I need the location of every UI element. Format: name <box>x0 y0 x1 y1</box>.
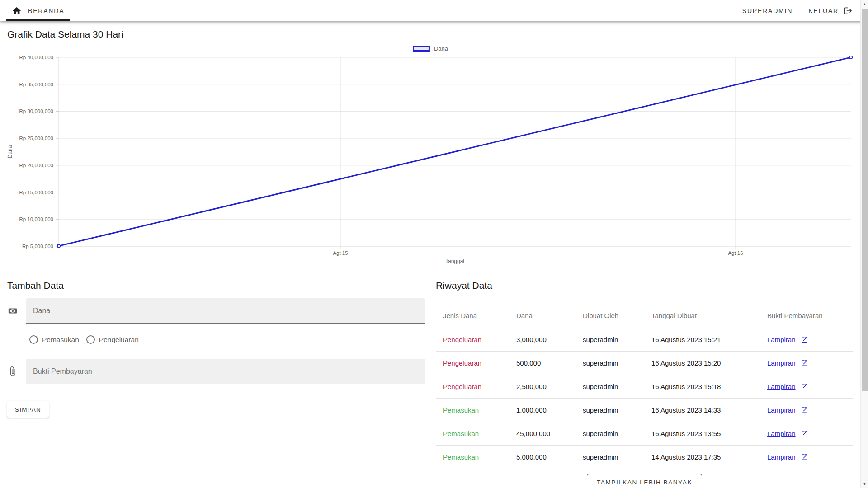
lampiran-link[interactable]: Lampiran <box>767 406 808 414</box>
jenis-dana-radio-group: Pemasukan Pengeluaran <box>29 335 425 344</box>
bukti-pembayaran-input[interactable] <box>26 359 425 384</box>
scrollbar-up-arrow[interactable]: ▲ <box>861 0 868 8</box>
table-row: Pemasukan1,000,000superadmin16 Agustus 2… <box>436 398 853 422</box>
tambah-data-section: Tambah Data Pemasukan <box>7 280 425 488</box>
bukti-pembayaran-cell: Lampiran <box>767 328 853 351</box>
x-tick: Agt 15 <box>333 250 348 256</box>
bukti-pembayaran-cell: Lampiran <box>767 375 853 398</box>
table-row: Pemasukan5,000,000superadmin14 Agustus 2… <box>436 445 853 469</box>
jenis-dana-cell: Pemasukan <box>436 422 516 445</box>
external-link-icon <box>801 383 808 390</box>
table-row: Pengeluaran2,500,000superadmin16 Agustus… <box>436 375 853 398</box>
x-axis-title: Tanggal <box>445 258 464 264</box>
lampiran-link[interactable]: Lampiran <box>767 453 808 461</box>
radio-option-pengeluaran[interactable]: Pengeluaran <box>86 335 139 344</box>
jenis-dana-cell: Pengeluaran <box>436 375 516 398</box>
external-link-icon <box>801 406 808 414</box>
y-tick: Rp 30,000,000 <box>19 108 53 114</box>
pengeluaran-radio[interactable] <box>86 335 95 344</box>
paperclip-icon <box>7 366 18 377</box>
more-button-wrap: TAMPILKAN LEBIH BANYAK <box>436 474 853 488</box>
table-row: Pengeluaran3,000,000superadmin16 Agustus… <box>436 328 853 351</box>
tanggal-dibuat-cell: 16 Agustus 2023 15:21 <box>651 328 767 351</box>
app-page: BERANDA SUPERADMIN KELUAR Grafik Data Se… <box>0 0 868 488</box>
table-row: Pengeluaran500,000superadmin16 Agustus 2… <box>436 351 853 375</box>
lampiran-link[interactable]: Lampiran <box>767 359 808 367</box>
superadmin-menu-button[interactable]: SUPERADMIN <box>742 7 793 14</box>
y-tick: Rp 10,000,000 <box>19 216 53 222</box>
scrollbar-thumb[interactable] <box>862 9 868 391</box>
jenis-dana-cell: Pemasukan <box>436 445 516 469</box>
logout-icon <box>844 6 853 15</box>
data-point-end <box>849 56 852 59</box>
lampiran-link[interactable]: Lampiran <box>767 383 808 390</box>
riwayat-data-section: Riwayat Data Jenis Dana Dana Dibuat Oleh… <box>436 280 853 488</box>
col-header-dibuat-oleh: Dibuat Oleh <box>583 304 651 328</box>
bukti-pembayaran-cell: Lampiran <box>767 351 853 375</box>
chart-canvas: Rp 40,000,000 Rp 35,000,000 Rp 30,000,00… <box>7 42 854 273</box>
bukti-field-row <box>7 359 425 384</box>
table-row: Pemasukan45,000,000superadmin16 Agustus … <box>436 422 853 445</box>
history-table-body: Pengeluaran3,000,000superadmin16 Agustus… <box>436 328 853 469</box>
vertical-scrollbar: ▲ ▼ <box>860 0 868 488</box>
col-header-tanggal-dibuat: Tanggal Dibuat <box>651 304 767 328</box>
tanggal-dibuat-cell: 16 Agustus 2023 14:33 <box>651 398 767 422</box>
y-tick: Rp 20,000,000 <box>19 163 53 168</box>
lampiran-link[interactable]: Lampiran <box>767 336 808 343</box>
pengeluaran-radio-label: Pengeluaran <box>99 336 139 344</box>
tanggal-dibuat-cell: 16 Agustus 2023 13:55 <box>651 422 767 445</box>
tampilkan-lebih-banyak-button[interactable]: TAMPILKAN LEBIH BANYAK <box>587 474 702 488</box>
dibuat-oleh-cell: superadmin <box>583 398 651 422</box>
home-icon <box>12 6 22 16</box>
dana-cell: 45,000,000 <box>516 422 583 445</box>
col-header-dana: Dana <box>516 304 583 328</box>
col-header-bukti-pembayaran: Bukti Pembayaran <box>767 304 853 328</box>
money-icon <box>7 306 18 316</box>
dana-field-row <box>7 298 425 324</box>
bukti-pembayaran-cell: Lampiran <box>767 422 853 445</box>
pemasukan-radio-label: Pemasukan <box>42 336 79 344</box>
dana-cell: 500,000 <box>516 351 583 375</box>
dana-series-line <box>59 57 851 246</box>
dibuat-oleh-cell: superadmin <box>583 351 651 375</box>
navbar-right: SUPERADMIN KELUAR <box>742 6 861 15</box>
lampiran-link[interactable]: Lampiran <box>767 430 808 437</box>
logout-label: KELUAR <box>808 7 839 14</box>
history-table: Jenis Dana Dana Dibuat Oleh Tanggal Dibu… <box>436 304 853 469</box>
dana-cell: 2,500,000 <box>516 375 583 398</box>
jenis-dana-cell: Pengeluaran <box>436 351 516 375</box>
nav-tab-beranda[interactable]: BERANDA <box>7 0 69 21</box>
bukti-pembayaran-cell: Lampiran <box>767 445 853 469</box>
dana-input[interactable] <box>26 298 425 324</box>
x-tick: Agt 16 <box>728 250 743 256</box>
dana-cell: 3,000,000 <box>516 328 583 351</box>
y-tick: Rp 15,000,000 <box>19 190 53 195</box>
form-title: Tambah Data <box>7 280 425 291</box>
y-tick: Rp 35,000,000 <box>19 82 53 87</box>
y-tick: Rp 5,000,000 <box>22 244 53 249</box>
main-content: Grafik Data Selama 30 Hari Dana <box>0 29 860 488</box>
table-header-row: Jenis Dana Dana Dibuat Oleh Tanggal Dibu… <box>436 304 853 328</box>
dana-cell: 5,000,000 <box>516 445 583 469</box>
external-link-icon <box>801 430 808 437</box>
data-point-start <box>57 244 60 247</box>
external-link-icon <box>801 453 808 461</box>
external-link-icon <box>801 359 808 367</box>
pemasukan-radio[interactable] <box>29 335 38 344</box>
logout-button[interactable]: KELUAR <box>808 6 853 15</box>
external-link-icon <box>801 336 808 343</box>
tanggal-dibuat-cell: 16 Agustus 2023 15:20 <box>651 351 767 375</box>
dibuat-oleh-cell: superadmin <box>583 422 651 445</box>
simpan-button[interactable]: SIMPAN <box>7 401 49 418</box>
page-title: Grafik Data Selama 30 Hari <box>7 29 853 40</box>
scrollbar-down-arrow[interactable]: ▼ <box>861 480 868 488</box>
radio-option-pemasukan[interactable]: Pemasukan <box>29 335 79 344</box>
tanggal-dibuat-cell: 14 Agustus 2023 17:35 <box>651 445 767 469</box>
tanggal-dibuat-cell: 16 Agustus 2023 15:18 <box>651 375 767 398</box>
y-tick: Rp 25,000,000 <box>19 136 53 141</box>
top-navbar: BERANDA SUPERADMIN KELUAR <box>0 0 868 21</box>
jenis-dana-cell: Pengeluaran <box>436 328 516 351</box>
y-axis-title: Dana <box>7 145 13 158</box>
dana-line-chart: Dana <box>7 42 854 273</box>
dibuat-oleh-cell: superadmin <box>583 328 651 351</box>
